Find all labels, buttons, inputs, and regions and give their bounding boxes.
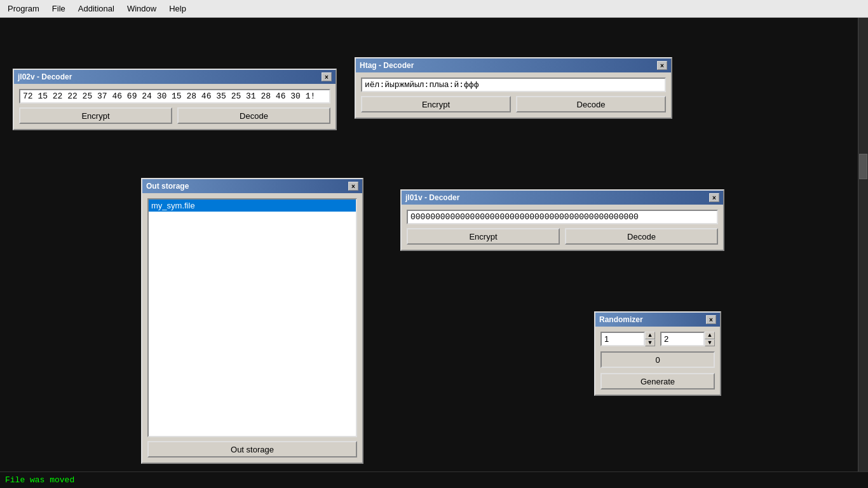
scrollbar[interactable] <box>858 18 868 471</box>
menu-window[interactable]: Window <box>122 3 161 15</box>
out-storage-titlebar: Out storage × <box>142 179 362 193</box>
menubar: Program File Additional Window Help <box>0 0 868 18</box>
out-storage-button[interactable]: Out storage <box>147 441 357 458</box>
menu-additional[interactable]: Additional <box>73 3 119 15</box>
jl01v-decode-button[interactable]: Decode <box>565 228 718 245</box>
spin1-input[interactable] <box>600 332 645 346</box>
jl01v-titlebar: jl01v - Decoder × <box>402 191 723 205</box>
out-storage-close-button[interactable]: × <box>348 182 358 191</box>
randomizer-title: Randomizer <box>599 315 643 324</box>
jl01v-title: jl01v - Decoder <box>405 193 459 202</box>
jl02v-decoder-panel: jl02v - Decoder × Encrypt Decode <box>13 69 337 130</box>
htag-decode-button[interactable]: Decode <box>516 96 666 112</box>
list-item[interactable]: my_sym.file <box>149 200 356 212</box>
jl02v-input[interactable] <box>19 89 330 104</box>
out-storage-listbox[interactable]: my_sym.file <box>147 198 357 437</box>
menu-program[interactable]: Program <box>3 3 44 15</box>
spin2-buttons: ▲ ▼ <box>705 332 715 346</box>
randomizer-result: 0 <box>600 351 715 368</box>
statusbar: File was moved <box>0 471 868 488</box>
jl02v-titlebar: jl02v - Decoder × <box>14 70 336 84</box>
out-storage-title: Out storage <box>146 182 189 191</box>
jl02v-close-button[interactable]: × <box>322 72 332 81</box>
htag-close-button[interactable]: × <box>657 61 667 70</box>
randomizer-panel: Randomizer × ▲ ▼ ▲ ▼ <box>594 311 721 396</box>
statusbar-text: File was moved <box>5 475 74 485</box>
jl02v-decode-button[interactable]: Decode <box>177 107 330 124</box>
jl02v-title: jl02v - Decoder <box>18 72 72 81</box>
htag-encrypt-button[interactable]: Encrypt <box>361 96 511 112</box>
scrollbar-thumb[interactable] <box>859 154 867 179</box>
generate-button[interactable]: Generate <box>600 373 715 390</box>
htag-decoder-panel: Htag - Decoder × Encrypt Decode <box>355 57 672 119</box>
spin2-down-button[interactable]: ▼ <box>705 339 715 347</box>
randomizer-titlebar: Randomizer × <box>595 313 720 327</box>
jl02v-encrypt-button[interactable]: Encrypt <box>19 107 172 124</box>
jl01v-decoder-panel: jl01v - Decoder × Encrypt Decode <box>400 189 724 251</box>
spin1-container: ▲ ▼ <box>600 332 655 346</box>
spin1-down-button[interactable]: ▼ <box>645 339 655 347</box>
htag-input[interactable] <box>361 78 666 92</box>
spin1-up-button[interactable]: ▲ <box>645 332 655 339</box>
main-area: jl02v - Decoder × Encrypt Decode Htag - … <box>0 18 868 471</box>
spin2-up-button[interactable]: ▲ <box>705 332 715 339</box>
spin1-buttons: ▲ ▼ <box>645 332 655 346</box>
jl01v-close-button[interactable]: × <box>709 193 719 202</box>
menu-help[interactable]: Help <box>164 3 191 15</box>
out-storage-panel: Out storage × my_sym.file Out storage <box>141 178 363 464</box>
htag-titlebar: Htag - Decoder × <box>356 58 671 72</box>
spin2-input[interactable] <box>660 332 705 346</box>
jl01v-input[interactable] <box>407 210 718 224</box>
jl01v-encrypt-button[interactable]: Encrypt <box>407 228 560 245</box>
menu-file[interactable]: File <box>47 3 71 15</box>
randomizer-close-button[interactable]: × <box>706 315 716 324</box>
htag-title: Htag - Decoder <box>360 61 414 70</box>
spin2-container: ▲ ▼ <box>660 332 715 346</box>
